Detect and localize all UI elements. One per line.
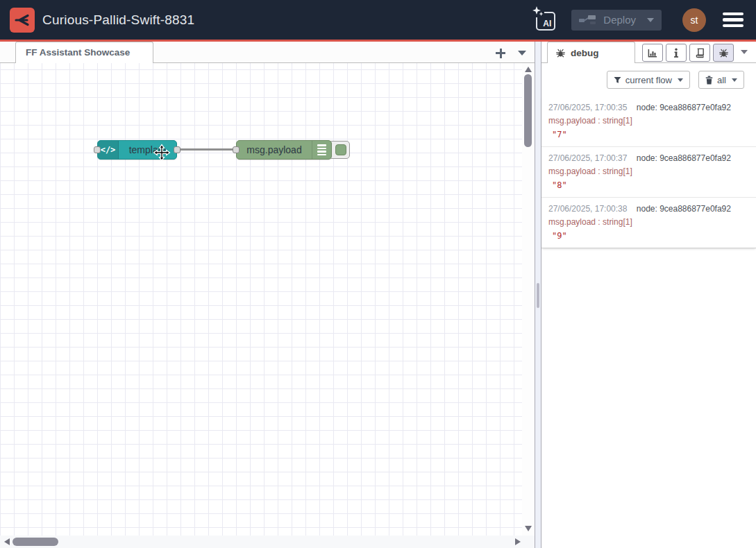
- flow-list-caret-icon[interactable]: [518, 51, 526, 55]
- deploy-label: Deploy: [603, 14, 636, 26]
- user-avatar[interactable]: st: [682, 8, 706, 32]
- node-red-editor: Curious-Pallid-Swift-8831 AI: [0, 0, 756, 548]
- debug-message[interactable]: 27/06/2025, 17:00:37 node: 9cea886877e0f…: [541, 147, 756, 198]
- info-icon: [673, 48, 679, 58]
- deploy-button[interactable]: Deploy: [571, 10, 662, 31]
- scroll-down-icon[interactable]: [525, 526, 532, 531]
- node-debug[interactable]: msg.payload: [236, 140, 332, 160]
- move-cursor-icon: [153, 144, 171, 162]
- message-timestamp: 27/06/2025, 17:00:38: [548, 204, 627, 214]
- message-node-id[interactable]: node: 9cea886877e0fa92: [637, 204, 731, 214]
- message-property[interactable]: msg.payload : string[1]: [548, 166, 749, 176]
- debug-clear-button[interactable]: all: [698, 71, 744, 89]
- trash-icon: [705, 76, 713, 85]
- debug-list-icon: [312, 141, 331, 159]
- debug-message[interactable]: 27/06/2025, 17:00:35 node: 9cea886877e0f…: [541, 96, 756, 147]
- book-icon: [694, 48, 705, 58]
- sidebar-tabbar: debug: [541, 42, 756, 63]
- scroll-up-icon[interactable]: [525, 67, 532, 72]
- sidebar-tabs-caret-icon[interactable]: [741, 50, 748, 54]
- horizontal-scroll-thumb[interactable]: [12, 538, 58, 546]
- debug-toolbar: current flow all: [541, 63, 756, 96]
- port-template-output[interactable]: [174, 146, 180, 153]
- message-timestamp: 27/06/2025, 17:00:35: [548, 103, 627, 112]
- port-debug-input[interactable]: [233, 146, 240, 153]
- message-property[interactable]: msg.payload : string[1]: [548, 217, 749, 227]
- help-book-button[interactable]: [689, 44, 710, 62]
- bar-chart-icon: [647, 48, 658, 58]
- message-property[interactable]: msg.payload : string[1]: [548, 116, 749, 126]
- sidebar-tab-debug-label: debug: [571, 48, 599, 58]
- bug-icon: [555, 48, 566, 58]
- debug-filter-button[interactable]: current flow: [607, 71, 690, 89]
- deploy-caret-icon[interactable]: [647, 18, 654, 22]
- node-debug-label: msg.payload: [237, 144, 312, 155]
- message-timestamp: 27/06/2025, 17:00:37: [548, 153, 627, 163]
- add-flow-button[interactable]: [494, 47, 507, 60]
- flow-canvas[interactable]: </> template msg.payload: [0, 63, 522, 536]
- sidebar-tab-debug[interactable]: debug: [547, 42, 635, 63]
- debug-toggle-state: [335, 144, 346, 155]
- port-template-input[interactable]: [94, 146, 101, 153]
- template-icon: </>: [98, 141, 119, 159]
- splitter-grip[interactable]: [537, 283, 539, 308]
- vertical-scroll-thumb[interactable]: [524, 74, 532, 147]
- debug-message-list: 27/06/2025, 17:00:35 node: 9cea886877e0f…: [541, 96, 756, 248]
- sidebar: debug: [541, 42, 756, 548]
- message-value[interactable]: "8": [552, 180, 749, 190]
- dashboard-chart-button[interactable]: [642, 44, 663, 62]
- scroll-left-icon[interactable]: [4, 538, 10, 545]
- vertical-scrollbar[interactable]: [522, 63, 535, 536]
- flow-tabstrip: FF Assistant Showcase: [0, 42, 541, 63]
- scroll-right-icon[interactable]: [515, 538, 521, 545]
- sparkle-icon: [532, 6, 544, 17]
- horizontal-scrollbar[interactable]: [0, 536, 535, 548]
- message-value[interactable]: "9": [552, 231, 749, 241]
- main-menu-button[interactable]: [723, 12, 744, 28]
- message-node-id[interactable]: node: 9cea886877e0fa92: [637, 103, 731, 112]
- filter-funnel-icon: [614, 76, 621, 84]
- ai-label: AI: [543, 19, 551, 28]
- info-sidebar-button[interactable]: [666, 44, 687, 62]
- project-title: Curious-Pallid-Swift-8831: [42, 12, 194, 28]
- sidebar-splitter[interactable]: [535, 42, 541, 548]
- flowfuse-logo-icon[interactable]: [10, 8, 35, 33]
- message-value[interactable]: "7": [552, 130, 749, 139]
- deploy-icon: [579, 15, 596, 25]
- wire-template-to-debug[interactable]: [177, 148, 237, 151]
- debug-message[interactable]: 27/06/2025, 17:00:38 node: 9cea886877e0f…: [541, 198, 756, 248]
- app-header: Curious-Pallid-Swift-8831 AI: [0, 0, 756, 42]
- clear-caret-icon: [732, 78, 737, 82]
- flow-tab-active[interactable]: FF Assistant Showcase: [15, 42, 153, 63]
- message-node-id[interactable]: node: 9cea886877e0fa92: [637, 153, 731, 163]
- filter-caret-icon: [678, 78, 683, 82]
- bug-icon: [719, 48, 729, 58]
- ai-assistant-button[interactable]: AI: [534, 9, 556, 31]
- debug-sidebar-button[interactable]: [713, 44, 734, 62]
